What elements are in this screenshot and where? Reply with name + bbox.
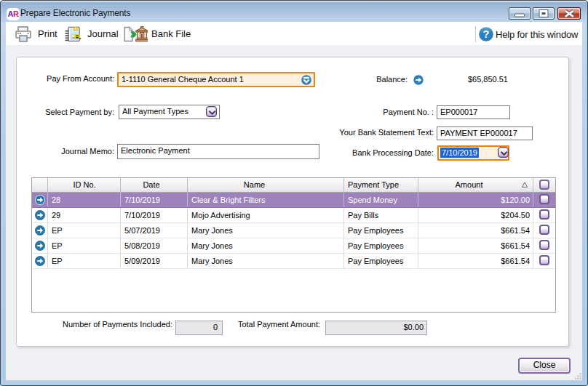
svg-text:?: ? <box>483 28 490 40</box>
